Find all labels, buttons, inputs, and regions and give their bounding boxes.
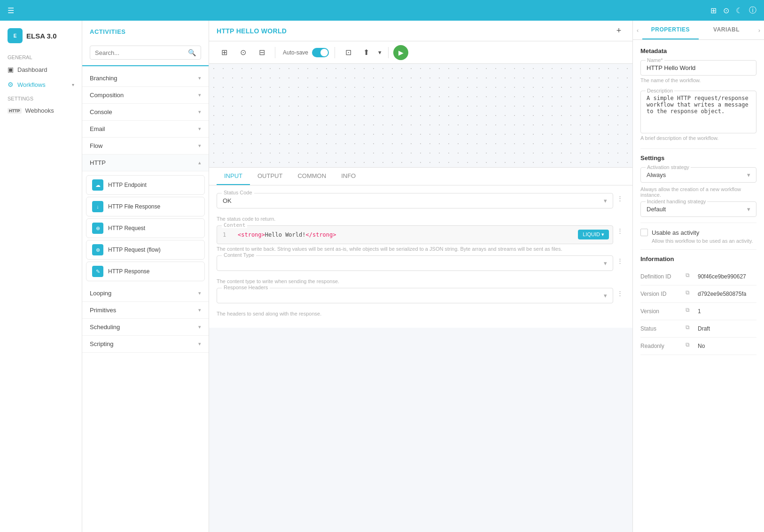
usable-as-activity-hint: Allow this workflow to be used as an act… [652, 238, 756, 244]
tab-input[interactable]: INPUT [217, 168, 250, 185]
category-scheduling[interactable]: Scheduling ▾ [82, 319, 209, 336]
chevron-down-icon: ▾ [604, 260, 607, 267]
category-primitives[interactable]: Primitives ▾ [82, 302, 209, 319]
activation-select[interactable]: Always ▾ [647, 171, 750, 178]
bottom-panel: INPUT OUTPUT COMMON INFO Status Code OK … [209, 167, 632, 328]
category-scripting[interactable]: Scripting ▾ [82, 336, 209, 353]
category-console[interactable]: Console ▾ [82, 104, 209, 121]
category-email[interactable]: Email ▾ [82, 121, 209, 138]
description-label: Description [646, 88, 674, 93]
globe-icon: ⊕ [92, 223, 103, 234]
incident-select[interactable]: Default ▾ [647, 206, 750, 213]
activities-panel: ACTIVITIES 🔍 Branching ▾ Composition ▾ C… [82, 21, 209, 532]
run-button[interactable]: ▶ [393, 45, 408, 60]
main-layout: E ELSA 3.0 General ▣ Dashboard ⚙ Workflo… [0, 21, 764, 532]
fit-screen-button[interactable]: ⊞ [217, 45, 232, 60]
publish-button[interactable]: ⬆ [359, 45, 374, 60]
prev-tab-button[interactable]: ‹ [633, 21, 642, 39]
copy-version-id-button[interactable]: ⧉ [686, 289, 695, 299]
sidebar-item-webhooks[interactable]: HTTP Webhooks [0, 103, 82, 118]
response-headers-menu-icon[interactable]: ⋮ [615, 288, 625, 299]
sidebar-item-dashboard[interactable]: ▣ Dashboard [0, 62, 82, 77]
response-headers-field: Response Headers ▾ [217, 288, 613, 303]
add-button[interactable]: + [613, 25, 625, 37]
category-http[interactable]: HTTP ▴ [82, 154, 209, 171]
status-code-select[interactable]: OK ▾ [223, 197, 607, 204]
copy-status-button[interactable]: ⧉ [686, 324, 695, 333]
save-icon[interactable]: ⊞ [710, 6, 717, 15]
github-icon[interactable]: ⊙ [723, 6, 729, 15]
info-icon[interactable]: ⓘ [749, 6, 756, 15]
usable-as-activity-checkbox[interactable] [640, 229, 648, 236]
copy-definition-id-button[interactable]: ⧉ [686, 272, 695, 281]
more-options-button[interactable]: ▾ [376, 47, 383, 58]
save-workflow-button[interactable]: ⊡ [341, 45, 356, 60]
usable-as-activity-label: Usable as activity [652, 229, 699, 236]
app-logo: E ELSA 3.0 [0, 28, 82, 51]
sidebar-item-label: Workflows [17, 81, 46, 88]
activity-http-request[interactable]: ⊕ HTTP Request [86, 218, 205, 238]
search-icon: 🔍 [188, 49, 196, 56]
category-label: Console [90, 108, 112, 116]
zoom-fit-button[interactable]: ⊙ [235, 45, 250, 60]
next-tab-button[interactable]: › [755, 21, 764, 39]
activity-http-file-response[interactable]: ↓ HTTP File Response [86, 197, 205, 216]
tab-variables[interactable]: VARIABL [699, 21, 755, 39]
search-input[interactable] [95, 49, 185, 56]
toggle-dot [320, 49, 328, 56]
response-headers-label: Response Headers [222, 285, 270, 290]
status-code-menu-icon[interactable]: ⋮ [615, 193, 625, 204]
app-name: ELSA 3.0 [26, 32, 56, 40]
category-branching[interactable]: Branching ▾ [82, 70, 209, 87]
sidebar-item-workflows[interactable]: ⚙ Workflows ▾ [0, 77, 82, 92]
code-content[interactable]: <strong>Hello World!</strong> [238, 231, 336, 238]
name-label: Name* [646, 57, 664, 63]
information-section-title: Information [640, 255, 756, 262]
category-composition[interactable]: Composition ▾ [82, 87, 209, 104]
activity-http-request-flow[interactable]: ⊕ HTTP Request (flow) [86, 240, 205, 260]
autosave-toggle[interactable] [312, 48, 329, 57]
content-type-label: Content Type [222, 252, 256, 258]
metadata-section-title: Metadata [640, 47, 756, 54]
chevron-down-icon: ▾ [604, 292, 607, 299]
activity-http-response[interactable]: ✎ HTTP Response [86, 262, 205, 281]
sidebar-item-label: Webhooks [25, 107, 54, 114]
dashboard-icon: ▣ [8, 66, 14, 73]
response-headers-select[interactable]: ▾ [223, 292, 607, 299]
content-type-select[interactable]: ▾ [223, 260, 607, 267]
line-number: 1 [223, 231, 232, 238]
category-flow[interactable]: Flow ▾ [82, 138, 209, 154]
tab-properties[interactable]: PROPERTIES [642, 21, 698, 39]
category-label: Email [90, 125, 105, 132]
nav-section-general: General [0, 51, 82, 62]
chevron-down-icon: ▾ [198, 92, 201, 98]
tab-info[interactable]: INFO [334, 168, 363, 185]
bottom-tabs: INPUT OUTPUT COMMON INFO [209, 168, 632, 185]
tag-open: <strong> [238, 231, 265, 238]
canvas-content[interactable]: ☁ HTTP Endpoint GET /hello-world Done [209, 64, 632, 167]
grid-button[interactable]: ⊟ [254, 45, 269, 60]
info-value: Draft [698, 325, 710, 332]
info-key: Definition ID [640, 273, 683, 280]
content-menu-icon[interactable]: ⋮ [615, 225, 625, 236]
name-input[interactable] [647, 64, 750, 71]
incident-label: Incident handling strategy [646, 199, 707, 204]
info-key: Version [640, 308, 683, 315]
edit-icon: ✎ [92, 266, 103, 277]
content-type-menu-icon[interactable]: ⋮ [615, 255, 625, 266]
left-sidebar: E ELSA 3.0 General ▣ Dashboard ⚙ Workflo… [0, 21, 82, 532]
activity-http-endpoint[interactable]: ☁ HTTP Endpoint [86, 175, 205, 195]
tab-common[interactable]: COMMON [290, 168, 334, 185]
category-looping[interactable]: Looping ▾ [82, 285, 209, 302]
chevron-down-icon: ▾ [198, 109, 201, 115]
chevron-down-icon: ▾ [198, 75, 201, 81]
activities-header: ACTIVITIES 🔍 [82, 21, 209, 66]
copy-version-button[interactable]: ⧉ [686, 307, 695, 316]
tab-output[interactable]: OUTPUT [250, 168, 290, 185]
liquid-button[interactable]: LIQUID ▾ [578, 230, 609, 239]
copy-readonly-button[interactable]: ⧉ [686, 341, 695, 351]
chevron-down-icon: ▾ [198, 341, 201, 347]
description-input[interactable]: A simple HTTP request/response workflow … [647, 95, 750, 128]
hamburger-icon[interactable]: ☰ [8, 6, 14, 15]
theme-icon[interactable]: ☾ [736, 6, 742, 15]
